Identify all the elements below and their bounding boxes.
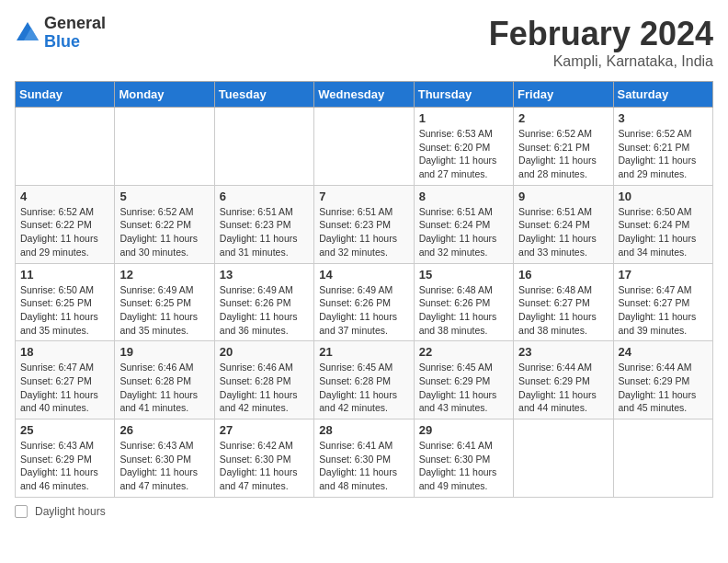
day-number: 25	[20, 423, 109, 437]
day-number: 22	[419, 345, 508, 359]
day-info: Sunrise: 6:44 AM Sunset: 6:29 PM Dayligh…	[619, 361, 708, 415]
day-info: Sunrise: 6:51 AM Sunset: 6:23 PM Dayligh…	[319, 205, 408, 259]
week-row-5: 25Sunrise: 6:43 AM Sunset: 6:29 PM Dayli…	[16, 419, 713, 498]
calendar-cell: 25Sunrise: 6:43 AM Sunset: 6:29 PM Dayli…	[16, 419, 115, 498]
calendar-cell: 22Sunrise: 6:45 AM Sunset: 6:29 PM Dayli…	[414, 341, 513, 419]
logo-icon	[15, 20, 40, 46]
day-info: Sunrise: 6:52 AM Sunset: 6:21 PM Dayligh…	[619, 127, 708, 181]
day-number: 11	[20, 268, 109, 282]
day-info: Sunrise: 6:44 AM Sunset: 6:29 PM Dayligh…	[518, 361, 608, 415]
day-number: 10	[619, 190, 708, 203]
calendar-cell: 12Sunrise: 6:49 AM Sunset: 6:25 PM Dayli…	[115, 263, 214, 341]
day-info: Sunrise: 6:41 AM Sunset: 6:30 PM Dayligh…	[419, 439, 508, 493]
calendar-cell: 23Sunrise: 6:44 AM Sunset: 6:29 PM Dayli…	[514, 341, 613, 419]
day-number: 18	[20, 345, 109, 359]
header-tuesday: Tuesday	[214, 82, 313, 108]
day-info: Sunrise: 6:47 AM Sunset: 6:27 PM Dayligh…	[619, 283, 708, 338]
day-number: 13	[220, 268, 309, 282]
day-info: Sunrise: 6:51 AM Sunset: 6:24 PM Dayligh…	[419, 205, 508, 259]
day-number: 15	[419, 268, 508, 282]
calendar-cell: 15Sunrise: 6:48 AM Sunset: 6:26 PM Dayli…	[414, 263, 513, 341]
day-info: Sunrise: 6:41 AM Sunset: 6:30 PM Dayligh…	[319, 439, 408, 493]
day-number: 26	[119, 423, 209, 437]
header: General Blue February 2024 Kampli, Karna…	[15, 15, 713, 70]
week-row-1: 1Sunrise: 6:53 AM Sunset: 6:20 PM Daylig…	[16, 108, 713, 186]
header-thursday: Thursday	[414, 82, 513, 108]
day-info: Sunrise: 6:48 AM Sunset: 6:27 PM Dayligh…	[518, 283, 608, 338]
header-wednesday: Wednesday	[314, 82, 414, 108]
calendar-cell: 16Sunrise: 6:48 AM Sunset: 6:27 PM Dayli…	[514, 263, 613, 341]
day-info: Sunrise: 6:51 AM Sunset: 6:23 PM Dayligh…	[220, 205, 309, 259]
calendar-cell: 6Sunrise: 6:51 AM Sunset: 6:23 PM Daylig…	[214, 185, 313, 263]
calendar-cell: 27Sunrise: 6:42 AM Sunset: 6:30 PM Dayli…	[214, 419, 313, 498]
day-number: 23	[518, 345, 608, 359]
calendar-cell: 3Sunrise: 6:52 AM Sunset: 6:21 PM Daylig…	[613, 108, 712, 186]
day-info: Sunrise: 6:46 AM Sunset: 6:28 PM Dayligh…	[119, 361, 209, 415]
calendar-cell	[314, 108, 414, 186]
day-number: 20	[220, 345, 309, 359]
calendar-cell: 20Sunrise: 6:46 AM Sunset: 6:28 PM Dayli…	[214, 341, 313, 419]
header-friday: Friday	[514, 82, 613, 108]
day-info: Sunrise: 6:45 AM Sunset: 6:28 PM Dayligh…	[319, 361, 408, 415]
header-sunday: Sunday	[16, 82, 115, 108]
calendar-cell: 7Sunrise: 6:51 AM Sunset: 6:23 PM Daylig…	[314, 185, 414, 263]
week-row-2: 4Sunrise: 6:52 AM Sunset: 6:22 PM Daylig…	[16, 185, 713, 263]
day-info: Sunrise: 6:52 AM Sunset: 6:22 PM Dayligh…	[119, 205, 209, 259]
calendar-cell: 21Sunrise: 6:45 AM Sunset: 6:28 PM Dayli…	[314, 341, 414, 419]
day-info: Sunrise: 6:48 AM Sunset: 6:26 PM Dayligh…	[419, 283, 508, 338]
calendar-title: February 2024	[489, 15, 713, 53]
day-info: Sunrise: 6:52 AM Sunset: 6:21 PM Dayligh…	[518, 127, 608, 181]
calendar-cell	[514, 419, 613, 498]
logo-text: General Blue	[44, 15, 106, 52]
calendar-cell: 18Sunrise: 6:47 AM Sunset: 6:27 PM Dayli…	[16, 341, 115, 419]
day-number: 28	[319, 423, 408, 437]
calendar-cell: 14Sunrise: 6:49 AM Sunset: 6:26 PM Dayli…	[314, 263, 414, 341]
day-info: Sunrise: 6:49 AM Sunset: 6:25 PM Dayligh…	[119, 283, 209, 338]
day-number: 24	[619, 345, 708, 359]
calendar-cell: 2Sunrise: 6:52 AM Sunset: 6:21 PM Daylig…	[514, 108, 613, 186]
title-area: February 2024 Kampli, Karnataka, India	[489, 15, 713, 70]
calendar-subtitle: Kampli, Karnataka, India	[489, 53, 713, 70]
calendar-cell	[115, 108, 214, 186]
header-saturday: Saturday	[613, 82, 712, 108]
logo-blue: Blue	[44, 33, 106, 52]
day-info: Sunrise: 6:50 AM Sunset: 6:25 PM Dayligh…	[20, 283, 109, 338]
day-info: Sunrise: 6:50 AM Sunset: 6:24 PM Dayligh…	[619, 205, 708, 259]
day-info: Sunrise: 6:45 AM Sunset: 6:29 PM Dayligh…	[419, 361, 508, 415]
day-number: 17	[619, 268, 708, 282]
day-number: 16	[518, 268, 608, 282]
calendar-cell: 28Sunrise: 6:41 AM Sunset: 6:30 PM Dayli…	[314, 419, 414, 498]
logo-general: General	[44, 15, 106, 33]
header-monday: Monday	[115, 82, 214, 108]
day-info: Sunrise: 6:51 AM Sunset: 6:24 PM Dayligh…	[518, 205, 608, 259]
day-info: Sunrise: 6:46 AM Sunset: 6:28 PM Dayligh…	[220, 361, 309, 415]
calendar-cell: 29Sunrise: 6:41 AM Sunset: 6:30 PM Dayli…	[414, 419, 513, 498]
calendar-table: SundayMondayTuesdayWednesdayThursdayFrid…	[15, 81, 713, 498]
logo: General Blue	[15, 15, 106, 52]
day-number: 12	[119, 268, 209, 282]
week-row-3: 11Sunrise: 6:50 AM Sunset: 6:25 PM Dayli…	[16, 263, 713, 341]
day-number: 21	[319, 345, 408, 359]
day-number: 6	[220, 190, 309, 203]
calendar-cell: 24Sunrise: 6:44 AM Sunset: 6:29 PM Dayli…	[613, 341, 712, 419]
calendar-cell: 17Sunrise: 6:47 AM Sunset: 6:27 PM Dayli…	[613, 263, 712, 341]
day-info: Sunrise: 6:49 AM Sunset: 6:26 PM Dayligh…	[220, 283, 309, 338]
calendar-header: SundayMondayTuesdayWednesdayThursdayFrid…	[16, 82, 713, 108]
day-number: 9	[518, 190, 608, 203]
day-number: 7	[319, 190, 408, 203]
week-row-4: 18Sunrise: 6:47 AM Sunset: 6:27 PM Dayli…	[16, 341, 713, 419]
day-info: Sunrise: 6:49 AM Sunset: 6:26 PM Dayligh…	[319, 283, 408, 338]
daylight-label: Daylight hours	[35, 505, 106, 518]
calendar-cell: 13Sunrise: 6:49 AM Sunset: 6:26 PM Dayli…	[214, 263, 313, 341]
day-info: Sunrise: 6:53 AM Sunset: 6:20 PM Dayligh…	[419, 127, 508, 181]
day-number: 4	[20, 190, 109, 203]
day-number: 14	[319, 268, 408, 282]
calendar-cell	[16, 108, 115, 186]
daylight-icon	[15, 505, 28, 518]
footer-note: Daylight hours	[15, 505, 713, 518]
calendar-cell: 8Sunrise: 6:51 AM Sunset: 6:24 PM Daylig…	[414, 185, 513, 263]
day-number: 19	[119, 345, 209, 359]
calendar-cell: 9Sunrise: 6:51 AM Sunset: 6:24 PM Daylig…	[514, 185, 613, 263]
day-info: Sunrise: 6:47 AM Sunset: 6:27 PM Dayligh…	[20, 361, 109, 415]
calendar-cell: 19Sunrise: 6:46 AM Sunset: 6:28 PM Dayli…	[115, 341, 214, 419]
